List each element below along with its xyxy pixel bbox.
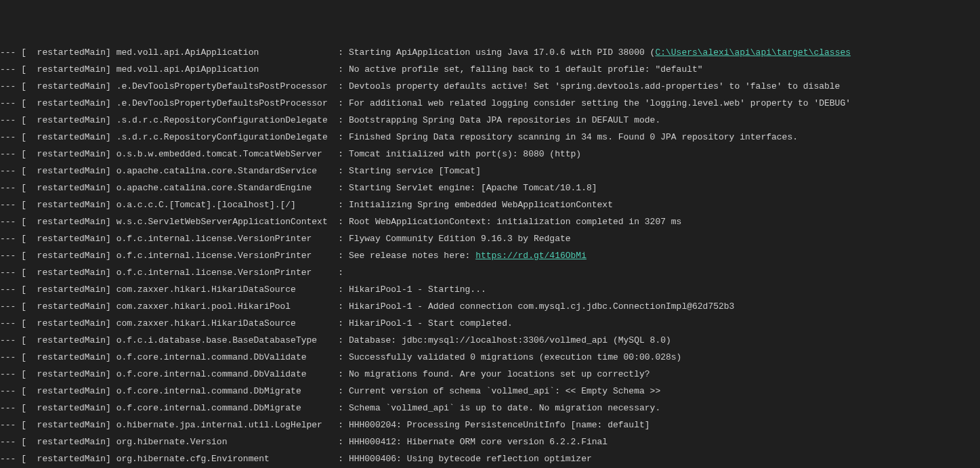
log-line: --- [ restartedMain] .e.DevToolsProperty… (0, 95, 980, 112)
log-line: --- [ restartedMain] o.f.core.internal.c… (0, 366, 980, 383)
log-message: Flyway Community Edition 9.16.3 by Redga… (349, 234, 571, 244)
log-separator: : (333, 149, 349, 159)
log-message: Successfully validated 0 migrations (exe… (349, 352, 681, 362)
log-prefix: --- [ restartedMain] (0, 47, 116, 58)
log-link[interactable]: https://rd.gt/416ObMi (475, 251, 587, 261)
log-line: --- [ restartedMain] com.zaxxer.hikari.H… (0, 281, 980, 298)
log-line: --- [ restartedMain] med.voll.api.ApiApp… (0, 44, 980, 61)
log-prefix: --- [ restartedMain] (0, 64, 116, 75)
log-message: HHH000406: Using bytecode reflection opt… (349, 454, 592, 464)
log-separator: : (333, 284, 349, 295)
log-line: --- [ restartedMain] org.hibernate.Versi… (0, 433, 980, 450)
log-message: Devtools property defaults active! Set '… (349, 81, 840, 91)
log-separator: : (333, 420, 349, 430)
log-prefix: --- [ restartedMain] (0, 284, 116, 295)
log-message: HHH000412: Hibernate ORM core version 6.… (349, 437, 608, 447)
log-line: --- [ restartedMain] o.f.c.internal.lice… (0, 264, 980, 281)
log-line: --- [ restartedMain] com.zaxxer.hikari.H… (0, 315, 980, 332)
log-message-pre: Starting ApiApplication using Java 17.0.… (349, 47, 655, 58)
log-logger: o.hibernate.jpa.internal.util.LogHelper (116, 420, 333, 430)
log-logger: .s.d.r.c.RepositoryConfigurationDelegate (116, 132, 333, 142)
log-separator: : (333, 132, 349, 142)
log-message: Tomcat initialized with port(s): 8080 (h… (349, 149, 581, 159)
log-separator: : (333, 217, 349, 227)
log-line: --- [ restartedMain] .e.DevToolsProperty… (0, 78, 980, 95)
log-logger: o.apache.catalina.core.StandardEngine (116, 183, 333, 193)
log-message: HikariPool-1 - Start completed. (349, 318, 513, 328)
log-prefix: --- [ restartedMain] (0, 132, 116, 142)
log-message: HikariPool-1 - Added connection com.mysq… (349, 301, 735, 312)
log-separator: : (333, 183, 349, 193)
log-message: For additional web related logging consi… (349, 98, 851, 108)
log-logger: org.hibernate.Version (116, 437, 333, 447)
log-logger: com.zaxxer.hikari.HikariDataSource (116, 284, 333, 295)
log-logger: com.zaxxer.hikari.HikariDataSource (116, 318, 333, 328)
log-prefix: --- [ restartedMain] (0, 403, 116, 413)
log-line: --- [ restartedMain] com.zaxxer.hikari.p… (0, 298, 980, 315)
log-logger: .e.DevToolsPropertyDefaultsPostProcessor (116, 81, 333, 91)
log-separator: : (333, 352, 349, 362)
log-message: Initializing Spring embedded WebApplicat… (349, 200, 613, 210)
log-message: Root WebApplicationContext: initializati… (349, 217, 681, 227)
log-prefix: --- [ restartedMain] (0, 149, 116, 159)
log-line: --- [ restartedMain] o.apache.catalina.c… (0, 179, 980, 196)
log-separator: : (333, 318, 349, 328)
log-message: Database: jdbc:mysql://localhost:3306/vo… (349, 335, 671, 345)
log-prefix: --- [ restartedMain] (0, 437, 116, 447)
log-logger: o.f.core.internal.command.DbValidate (116, 352, 333, 362)
log-line: --- [ restartedMain] o.f.core.internal.c… (0, 383, 980, 400)
log-line: --- [ restartedMain] o.f.core.internal.c… (0, 400, 980, 417)
log-prefix: --- [ restartedMain] (0, 420, 116, 430)
log-logger: med.voll.api.ApiApplication (116, 64, 333, 75)
log-line: --- [ restartedMain] w.s.c.ServletWebSer… (0, 213, 980, 230)
log-line: --- [ restartedMain] o.a.c.c.C.[Tomcat].… (0, 196, 980, 213)
log-separator: : (333, 234, 349, 244)
log-separator: : (333, 403, 349, 413)
log-prefix: --- [ restartedMain] (0, 386, 116, 396)
log-separator: : (333, 335, 349, 345)
log-line: --- [ restartedMain] org.hibernate.cfg.E… (0, 450, 980, 467)
log-separator: : (333, 268, 349, 278)
log-logger: org.hibernate.cfg.Environment (116, 454, 333, 464)
log-separator: : (333, 47, 349, 58)
log-message-pre: See release notes here: (349, 251, 475, 261)
log-line: --- [ restartedMain] o.f.core.internal.c… (0, 349, 980, 366)
log-separator: : (333, 251, 349, 261)
log-line: --- [ restartedMain] o.apache.catalina.c… (0, 163, 980, 179)
log-logger: o.s.b.w.embedded.tomcat.TomcatWebServer (116, 149, 333, 159)
log-logger: o.f.c.internal.license.VersionPrinter (116, 251, 333, 261)
log-logger: com.zaxxer.hikari.pool.HikariPool (116, 301, 333, 312)
log-logger: o.f.core.internal.command.DbMigrate (116, 386, 333, 396)
log-logger: o.f.core.internal.command.DbValidate (116, 369, 333, 379)
log-prefix: --- [ restartedMain] (0, 115, 116, 125)
log-line: --- [ restartedMain] o.f.c.internal.lice… (0, 247, 980, 264)
log-separator: : (333, 81, 349, 91)
log-logger: o.apache.catalina.core.StandardService (116, 166, 333, 176)
log-link[interactable]: C:\Users\alexi\api\api\target\classes (655, 47, 851, 58)
log-prefix: --- [ restartedMain] (0, 369, 116, 379)
log-logger: o.f.c.i.database.base.BaseDatabaseType (116, 335, 333, 345)
console-output[interactable]: --- [ restartedMain] med.voll.api.ApiApp… (0, 0, 980, 467)
log-separator: : (333, 369, 349, 379)
log-prefix: --- [ restartedMain] (0, 234, 116, 244)
log-line: --- [ restartedMain] .s.d.r.c.Repository… (0, 129, 980, 146)
log-line: --- [ restartedMain] o.f.c.i.database.ba… (0, 332, 980, 349)
log-line: --- [ restartedMain] .s.d.r.c.Repository… (0, 112, 980, 129)
log-message: Starting service [Tomcat] (349, 166, 481, 176)
log-separator: : (333, 437, 349, 447)
log-separator: : (333, 166, 349, 176)
log-logger: o.f.c.internal.license.VersionPrinter (116, 234, 333, 244)
log-separator: : (333, 200, 349, 210)
log-separator: : (333, 301, 349, 312)
log-logger: .s.d.r.c.RepositoryConfigurationDelegate (116, 115, 333, 125)
log-message: Bootstrapping Spring Data JPA repositori… (349, 115, 660, 125)
log-logger: med.voll.api.ApiApplication (116, 47, 333, 58)
log-message: No active profile set, falling back to 1… (349, 64, 703, 75)
log-message: HHH000204: Processing PersistenceUnitInf… (349, 420, 650, 430)
log-message: Starting Servlet engine: [Apache Tomcat/… (349, 183, 597, 193)
log-message: Schema `vollmed_api` is up to date. No m… (349, 403, 660, 413)
log-line: --- [ restartedMain] o.f.c.internal.lice… (0, 230, 980, 247)
log-separator: : (333, 98, 349, 108)
log-prefix: --- [ restartedMain] (0, 335, 116, 345)
log-logger: .e.DevToolsPropertyDefaultsPostProcessor (116, 98, 333, 108)
